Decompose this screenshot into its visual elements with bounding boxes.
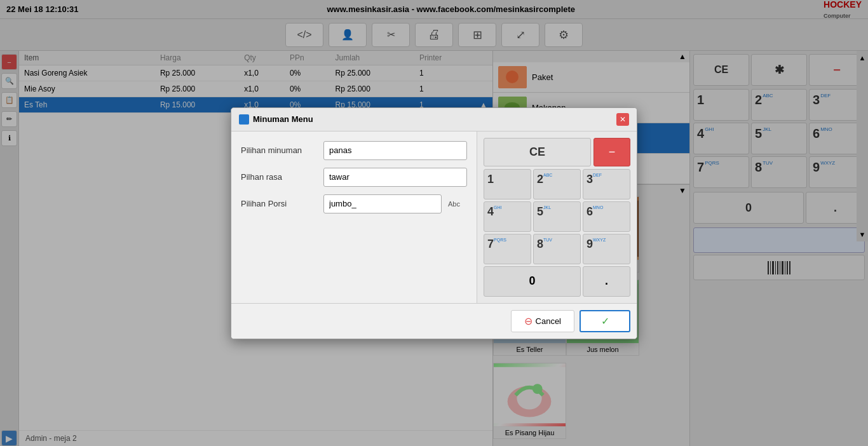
form-row-minuman: Pilihan minuman xyxy=(241,141,467,160)
label-pilihan-minuman: Pilihan minuman xyxy=(241,145,317,155)
modal-num-8[interactable]: 8TUV xyxy=(533,234,581,264)
modal-num-4[interactable]: 4GHI xyxy=(484,201,531,232)
modal-numpad-top: CE − xyxy=(484,138,630,166)
modal-num-7[interactable]: 7PQRS xyxy=(484,234,531,264)
modal-dot-btn[interactable]: . xyxy=(583,266,630,297)
cancel-button[interactable]: ⊖ Cancel xyxy=(511,310,574,332)
form-row-rasa: Pilhan rasa xyxy=(241,168,467,187)
modal-num-6[interactable]: 6MNO xyxy=(583,201,630,232)
modal-title-text: Minuman Menu xyxy=(253,114,313,124)
ok-button[interactable]: ✓ xyxy=(580,310,630,332)
modal-header: Minuman Menu ✕ xyxy=(231,108,637,132)
abc-label: Abc xyxy=(448,200,467,208)
modal-numgrid: 1 2ABC 3DEF 4GHI 5JKL 6MNO 7PQRS 8TUV 9W… xyxy=(484,169,630,297)
input-pilihan-porsi[interactable] xyxy=(323,194,442,213)
modal-numpad: CE − 1 2ABC 3DEF 4GHI 5JKL 6MNO 7PQRS 8T… xyxy=(477,132,637,303)
cancel-icon: ⊖ xyxy=(524,315,532,327)
modal-ce-button[interactable]: CE xyxy=(484,138,591,166)
modal-minus-button[interactable]: − xyxy=(593,138,630,166)
modal-overlay: Minuman Menu ✕ Pilihan minuman Pilhan ra… xyxy=(0,0,868,446)
input-pilihan-minuman[interactable] xyxy=(323,141,467,160)
modal-num-0[interactable]: 0 xyxy=(484,266,581,297)
modal-title-icon xyxy=(239,114,249,125)
modal-footer: ⊖ Cancel ✓ xyxy=(231,303,637,339)
modal-form: Pilihan minuman Pilhan rasa Pilihan Pors… xyxy=(231,132,477,303)
label-pilihan-porsi: Pilihan Porsi xyxy=(241,199,317,208)
cancel-label: Cancel xyxy=(536,316,561,326)
modal-title: Minuman Menu xyxy=(239,114,313,125)
modal-num-5[interactable]: 5JKL xyxy=(533,201,581,232)
form-row-porsi: Pilihan Porsi Abc xyxy=(241,194,467,213)
modal-num-3[interactable]: 3DEF xyxy=(583,169,630,199)
modal-num-1[interactable]: 1 xyxy=(484,169,531,199)
modal-close-button[interactable]: ✕ xyxy=(616,113,629,126)
ok-icon: ✓ xyxy=(601,315,609,327)
modal-num-2[interactable]: 2ABC xyxy=(533,169,581,199)
minuman-menu-modal: Minuman Menu ✕ Pilihan minuman Pilhan ra… xyxy=(231,107,637,339)
modal-num-9[interactable]: 9WXYZ xyxy=(583,234,630,264)
modal-body: Pilihan minuman Pilhan rasa Pilihan Pors… xyxy=(231,132,637,303)
input-pilihan-rasa[interactable] xyxy=(323,168,467,187)
label-pilihan-rasa: Pilhan rasa xyxy=(241,172,317,182)
